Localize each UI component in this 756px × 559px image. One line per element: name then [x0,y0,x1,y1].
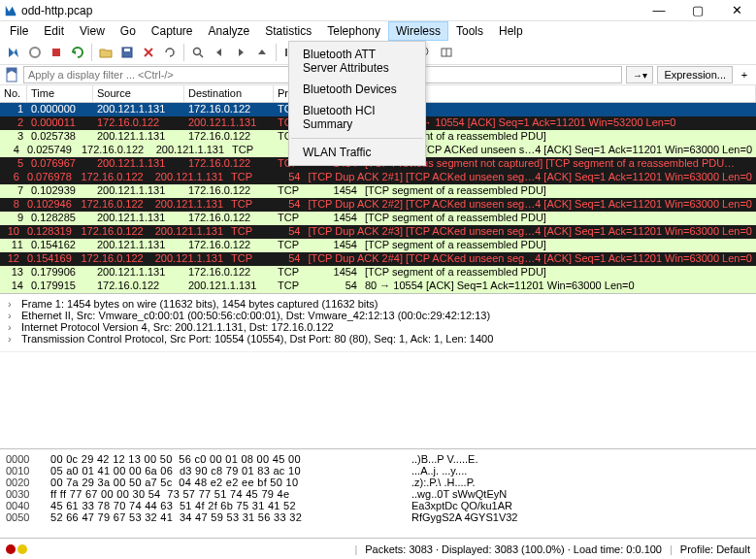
col-header-src[interactable]: Source [93,85,184,102]
restart-capture-button[interactable] [47,43,66,62]
bookmark-icon[interactable] [4,67,19,82]
hex-line[interactable]: 002000 7a 29 3a 00 50 a7 5c 04 48 e2 e2 … [6,477,750,488]
status-packets: Packets: 3083 · Displayed: 3083 (100.0%)… [365,543,662,555]
hex-line[interactable]: 001005 a0 01 41 00 00 6a 06 d3 90 c8 79 … [6,465,750,477]
col-header-time[interactable]: Time [27,85,93,102]
next-button[interactable] [231,43,250,62]
expert-warn-icon[interactable] [17,544,27,554]
hex-line[interactable]: 004045 61 33 78 70 74 44 63 51 4f 2f 6b … [6,500,750,511]
hex-line[interactable]: 000000 0c 29 42 12 13 00 50 56 c0 00 01 … [6,453,750,465]
close-file-button[interactable] [139,43,158,62]
find-button[interactable] [188,43,208,62]
expression-button[interactable]: Expression... [657,66,733,83]
menu-file[interactable]: File [2,21,36,41]
packet-row[interactable]: 140.179915172.16.0.122200.121.1.131TCP54… [0,280,756,293]
svg-point-9 [194,49,201,55]
svg-rect-6 [124,49,130,51]
filter-apply-button[interactable]: →▾ [626,66,653,83]
reload-button[interactable] [160,43,180,62]
menu-tools[interactable]: Tools [448,21,491,41]
svg-rect-3 [52,49,60,56]
menu-edit[interactable]: Edit [36,21,72,41]
hex-line[interactable]: 0030ff ff 77 67 00 00 30 54 73 57 77 51 … [6,488,750,500]
tree-item[interactable]: ›Transmission Control Protocol, Src Port… [8,333,748,345]
tree-item[interactable]: ›Ethernet II, Src: Vmware_c0:00:01 (00:5… [8,310,748,321]
packet-row[interactable]: 130.179906200.121.1.131172.16.0.122TCP14… [0,266,756,280]
menu-analyze[interactable]: Analyze [201,21,258,41]
hex-line[interactable]: 005052 66 47 79 67 53 32 41 34 47 59 53 … [6,511,750,523]
window-title: odd-http.pcap [21,4,92,17]
svg-rect-14 [285,49,287,56]
svg-point-2 [30,48,40,57]
start-capture-button[interactable] [4,43,23,62]
menu-wireless[interactable]: Wireless [388,21,448,41]
stop-capture-button[interactable] [25,43,45,62]
svg-marker-11 [216,49,221,56]
menu-view[interactable]: View [72,21,113,41]
svg-marker-0 [6,5,16,16]
wireless-menu-dropdown: Bluetooth ATT Server AttributesBluetooth… [288,41,426,166]
tree-item[interactable]: ›Internet Protocol Version 4, Src: 200.1… [8,321,748,333]
status-profile[interactable]: Profile: Default [680,543,750,555]
packet-bytes-pane[interactable]: 000000 0c 29 42 12 13 00 50 56 c0 00 01 … [0,448,756,538]
save-file-button[interactable] [117,43,137,62]
packet-row[interactable]: 120.154169172.16.0.122200.121.1.131TCP54… [0,252,756,266]
menu-item-wlan-traffic[interactable]: WLAN Traffic [289,142,425,163]
expert-info-icon[interactable] [6,544,16,554]
svg-line-10 [200,54,203,57]
jump-button[interactable] [252,43,272,62]
menu-help[interactable]: Help [491,21,531,41]
menubar: FileEditViewGoCaptureAnalyzeStatisticsTe… [0,21,756,41]
menu-capture[interactable]: Capture [144,21,201,41]
packet-row[interactable]: 110.154162200.121.1.131172.16.0.122TCP14… [0,239,756,252]
svg-marker-1 [9,48,18,57]
svg-marker-12 [239,49,244,56]
details-blank-area [0,351,756,448]
menu-statistics[interactable]: Statistics [257,21,319,41]
menu-item-bluetooth-devices[interactable]: Bluetooth Devices [289,79,425,100]
capture-options-button[interactable] [68,43,87,62]
col-header-no[interactable]: No. [0,85,27,102]
minimize-button[interactable]: — [640,0,678,21]
maximize-button[interactable]: ▢ [678,0,717,21]
packet-row[interactable]: 90.128285200.121.1.131172.16.0.122TCP145… [0,212,756,225]
tree-toggle-icon[interactable]: › [8,333,17,345]
app-icon [4,4,17,17]
menu-telephony[interactable]: Telephony [319,21,388,41]
close-button[interactable]: ✕ [717,0,756,21]
tree-toggle-icon[interactable]: › [8,321,17,333]
menu-go[interactable]: Go [113,21,144,41]
svg-marker-13 [258,49,266,54]
packet-row[interactable]: 60.076978172.16.0.122200.121.1.131TCP54[… [0,171,756,184]
tree-toggle-icon[interactable]: › [8,298,17,310]
prev-button[interactable] [210,43,229,62]
status-bar: | Packets: 3083 · Displayed: 3083 (100.0… [0,538,756,559]
menu-item-bluetooth-att-server-attributes[interactable]: Bluetooth ATT Server Attributes [289,44,425,79]
add-filter-button[interactable]: + [737,69,752,81]
packet-row[interactable]: 80.102946172.16.0.122200.121.1.131TCP54[… [0,198,756,212]
resize-columns-button[interactable] [437,43,456,62]
packet-details-tree[interactable]: ›Frame 1: 1454 bytes on wire (11632 bits… [0,293,756,351]
tree-toggle-icon[interactable]: › [8,310,17,321]
titlebar: odd-http.pcap — ▢ ✕ [0,0,756,21]
col-header-dst[interactable]: Destination [184,85,274,102]
packet-row[interactable]: 100.128319172.16.0.122200.121.1.131TCP54… [0,225,756,239]
tree-item[interactable]: ›Frame 1: 1454 bytes on wire (11632 bits… [8,298,748,310]
packet-row[interactable]: 70.102939200.121.1.131172.16.0.122TCP145… [0,184,756,198]
open-file-button[interactable] [96,43,115,62]
menu-item-bluetooth-hci-summary[interactable]: Bluetooth HCI Summary [289,100,425,135]
